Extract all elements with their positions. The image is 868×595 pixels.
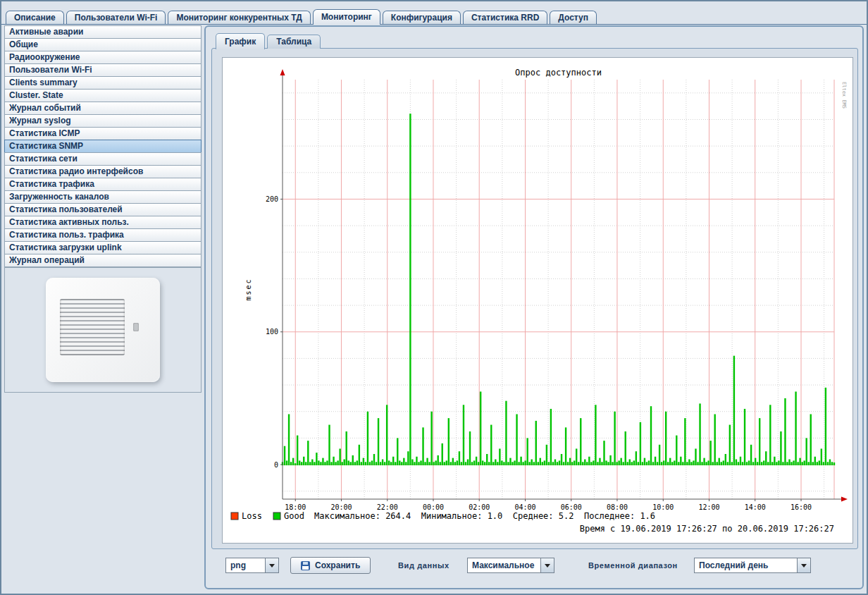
data-bar: [546, 445, 547, 465]
data-bar: [292, 458, 294, 465]
data-bar: [688, 460, 690, 466]
data-bar: [437, 455, 438, 465]
format-select-arrow-button[interactable]: [265, 558, 278, 572]
y-tick-label: 0: [274, 461, 278, 469]
data-bar: [446, 460, 447, 465]
sidebar-item-18[interactable]: Журнал операций: [4, 254, 202, 267]
availability-chart: 010020018:0020:0022:0000:0002:0004:0006:…: [223, 58, 852, 543]
data-bar: [352, 455, 354, 465]
data-bar: [731, 462, 733, 465]
data-bar: [757, 462, 758, 465]
sidebar-item-11[interactable]: Статистика радио интерфейсов: [4, 165, 202, 178]
data-bar: [384, 462, 385, 465]
chart-title: Опрос доступности: [515, 68, 602, 78]
data-kind-select[interactable]: Максимальное: [467, 558, 554, 573]
data-bar: [569, 458, 571, 465]
sidebar-item-10[interactable]: Статистика сети: [4, 152, 202, 166]
data-bar: [354, 462, 356, 465]
data-bar: [401, 462, 402, 465]
sidebar-item-1[interactable]: Общие: [4, 38, 202, 51]
data-bar: [765, 451, 767, 465]
data-bar: [786, 462, 788, 465]
data-bar: [631, 462, 633, 465]
data-bar: [729, 425, 731, 465]
time-range-select-arrow-button[interactable]: [797, 558, 810, 572]
data-kind-label: Вид данных: [398, 561, 450, 570]
data-bar: [717, 462, 718, 465]
data-bar: [348, 460, 349, 465]
data-bar: [538, 462, 539, 465]
data-bar: [646, 462, 647, 465]
data-bar: [833, 462, 835, 465]
main-tab-1[interactable]: Пользователи Wi-Fi: [66, 11, 166, 24]
subtab-1[interactable]: Таблица: [267, 35, 321, 49]
subtab-0[interactable]: График: [216, 33, 265, 49]
x-tick-label: 20:00: [330, 503, 352, 511]
data-bar: [814, 457, 816, 465]
main-tab-6[interactable]: Доступ: [550, 11, 597, 24]
data-bar: [299, 460, 300, 465]
data-bar: [514, 460, 515, 465]
data-bar: [625, 431, 626, 465]
sidebar-item-16[interactable]: Статистика польз. трафика: [4, 228, 202, 242]
data-bar: [680, 457, 681, 465]
data-bar: [601, 462, 602, 465]
sidebar-item-6[interactable]: Журнал событий: [4, 102, 202, 115]
data-bar: [671, 462, 673, 465]
data-bar: [707, 460, 709, 465]
data-bar: [457, 460, 458, 465]
sidebar-item-13[interactable]: Загруженность каналов: [4, 190, 202, 204]
data-bar: [752, 462, 754, 465]
save-button[interactable]: Сохранить: [290, 557, 371, 574]
main-tabbar: ОписаниеПользователи Wi-FiМониторинг кон…: [6, 8, 597, 24]
data-bar: [297, 436, 298, 465]
sidebar-item-14[interactable]: Статистика пользователей: [4, 203, 202, 216]
data-bar: [418, 462, 419, 465]
data-bar: [788, 460, 790, 466]
data-bar: [825, 388, 826, 465]
x-axis-arrow: [841, 497, 848, 502]
main-tab-5[interactable]: Статистика RRD: [463, 11, 547, 24]
data-bar: [454, 462, 456, 465]
data-kind-select-arrow-button[interactable]: [540, 558, 554, 572]
sidebar-item-15[interactable]: Статистика активных польз.: [4, 216, 202, 229]
data-bar: [582, 462, 583, 465]
time-range-select[interactable]: Последний день: [694, 558, 811, 573]
data-bar: [495, 460, 496, 466]
format-select[interactable]: png: [225, 558, 279, 573]
data-bar: [812, 462, 814, 465]
data-bar: [719, 458, 720, 465]
data-bar: [588, 457, 590, 465]
data-bar: [780, 431, 781, 465]
data-bar: [390, 462, 392, 465]
device-image: [46, 278, 160, 382]
data-bar: [831, 462, 833, 465]
sidebar-item-17[interactable]: Статистика загрузки uplink: [4, 241, 202, 254]
data-bar: [695, 448, 696, 465]
main-tab-4[interactable]: Конфигурация: [383, 11, 461, 24]
data-bar: [542, 462, 543, 465]
sidebar-item-7[interactable]: Журнал syslog: [4, 114, 202, 128]
sidebar-item-8[interactable]: Статистика ICMP: [4, 127, 202, 140]
data-bar: [793, 460, 794, 465]
data-bar: [484, 462, 485, 465]
sidebar-item-12[interactable]: Статистика трафика: [4, 178, 202, 191]
data-bar: [326, 460, 328, 465]
data-bar: [497, 462, 498, 465]
sidebar-item-4[interactable]: Clients summary: [4, 76, 202, 90]
x-tick-label: 06:00: [561, 503, 582, 511]
main-tab-3[interactable]: Мониторинг: [313, 9, 380, 25]
sidebar-item-0[interactable]: Активные аварии: [4, 25, 202, 39]
sidebar-item-5[interactable]: Cluster. State: [4, 89, 202, 102]
sidebar-item-2[interactable]: Радиоокружение: [4, 51, 202, 64]
main-tab-2[interactable]: Мониторинг конкурентных ТД: [168, 11, 310, 24]
data-bar: [316, 453, 317, 465]
data-bar: [373, 454, 375, 465]
sidebar-item-3[interactable]: Пользователи Wi-Fi: [4, 63, 202, 77]
main-tab-0[interactable]: Описание: [6, 11, 64, 24]
sidebar-item-9[interactable]: Статистика SNMP: [4, 140, 202, 153]
data-bar: [616, 462, 617, 465]
data-bar: [533, 462, 535, 465]
data-bar: [550, 409, 552, 465]
data-bar: [595, 405, 596, 465]
